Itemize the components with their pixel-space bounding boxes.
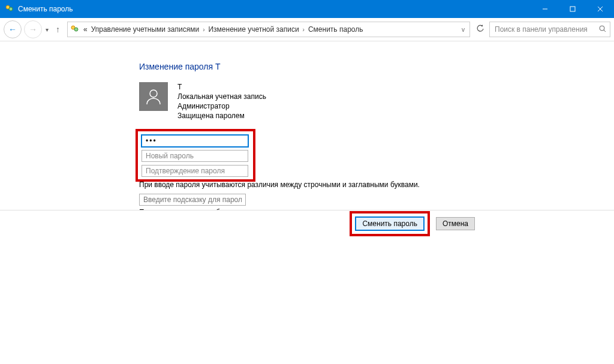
svg-point-1 (9, 7, 13, 11)
footer-bar: Сменить пароль Отмена (0, 210, 614, 237)
current-password-input[interactable] (142, 135, 248, 147)
breadcrumb-item-2[interactable]: Изменение учетной записи (208, 25, 299, 34)
refresh-button[interactable] (474, 25, 487, 35)
address-dropdown[interactable]: v (459, 26, 467, 33)
app-icon (5, 4, 14, 14)
maximize-button[interactable] (559, 0, 586, 18)
svg-point-7 (74, 28, 78, 31)
svg-point-10 (150, 90, 157, 97)
password-hint-input[interactable] (139, 194, 246, 206)
cancel-button[interactable]: Отмена (436, 217, 475, 230)
window-titlebar: Сменить пароль (0, 0, 614, 18)
user-role: Администратор (177, 101, 266, 111)
search-input[interactable] (493, 25, 599, 34)
user-avatar (139, 82, 168, 111)
up-button[interactable]: ↑ (52, 25, 64, 34)
svg-point-8 (600, 26, 604, 31)
user-name: T (177, 82, 266, 92)
page-heading: Изменение пароля T (139, 62, 614, 71)
chevron-right-icon: › (203, 26, 204, 33)
case-sensitive-note: При вводе пароля учитываются различия ме… (139, 181, 614, 189)
close-button[interactable] (586, 0, 614, 18)
user-protection: Защищена паролем (177, 111, 266, 121)
breadcrumb-prefix: « (83, 25, 88, 34)
minimize-button[interactable] (531, 0, 559, 18)
search-icon (599, 25, 606, 34)
new-password-input[interactable] (142, 150, 248, 162)
highlight-password-inputs (136, 129, 255, 182)
confirm-password-input[interactable] (142, 165, 248, 177)
back-button[interactable]: ← (4, 20, 22, 38)
chevron-right-icon: › (303, 26, 305, 33)
svg-rect-3 (570, 7, 575, 11)
user-accounts-icon (70, 25, 80, 34)
highlight-change-button: Сменить пароль (350, 211, 430, 236)
content-area: Изменение пароля T T Локальная учетная з… (0, 41, 614, 216)
search-box[interactable] (489, 22, 610, 37)
history-dropdown[interactable]: ▾ (44, 26, 50, 33)
change-password-button[interactable]: Сменить пароль (356, 217, 424, 230)
user-account-type: Локальная учетная запись (177, 92, 266, 101)
navigation-bar: ← → ▾ ↑ « Управление учетными записями ›… (0, 18, 614, 41)
forward-button[interactable]: → (24, 20, 42, 38)
breadcrumb-item-1[interactable]: Управление учетными записями (91, 25, 199, 34)
user-info-block: T Локальная учетная запись Администратор… (139, 82, 614, 121)
breadcrumb-item-3[interactable]: Сменить пароль (308, 25, 363, 34)
window-title: Сменить пароль (18, 5, 531, 13)
svg-line-9 (604, 30, 606, 32)
address-bar[interactable]: « Управление учетными записями › Изменен… (67, 22, 470, 37)
